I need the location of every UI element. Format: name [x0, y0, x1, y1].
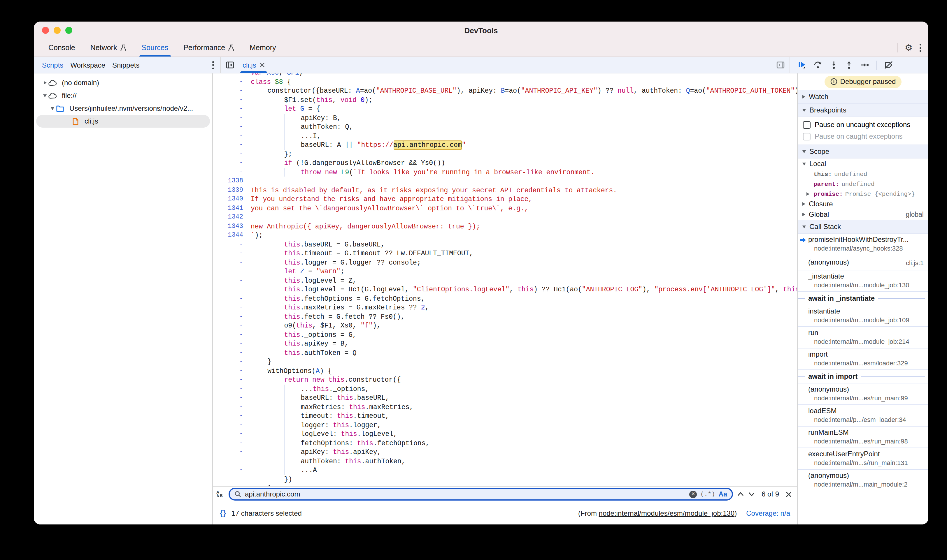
line-marker[interactable]: - — [213, 77, 243, 86]
line-marker[interactable]: - — [213, 375, 243, 384]
line-marker[interactable]: - — [213, 249, 243, 258]
step-icon[interactable] — [860, 61, 870, 69]
line-number[interactable]: 1344 — [213, 231, 243, 240]
line-marker[interactable]: - — [213, 276, 243, 285]
code-line[interactable]: -baseURL: this.baseURL, — [213, 393, 797, 402]
line-marker[interactable]: - — [213, 429, 243, 438]
code-line[interactable]: -this.apiKey = B, — [213, 339, 797, 348]
line-marker[interactable]: - — [213, 411, 243, 420]
code-line[interactable]: -timeout: this.timeout, — [213, 411, 797, 420]
code-line[interactable]: -withOptions(A) { — [213, 366, 797, 375]
replace-toggle-icon[interactable]: A↳B — [216, 491, 225, 498]
line-marker[interactable]: - — [213, 95, 243, 104]
open-sidebar-icon[interactable] — [776, 61, 785, 69]
navigator-tab-snippets[interactable]: Snippets — [112, 61, 139, 69]
next-match-icon[interactable] — [748, 492, 755, 497]
breakpoints-section-header[interactable]: Breakpoints — [798, 104, 928, 117]
line-marker[interactable]: - — [213, 475, 243, 484]
code-line[interactable]: -fetchOptions: this.fetchOptions, — [213, 438, 797, 448]
chevron-down-icon[interactable] — [42, 94, 48, 97]
call-stack-frame[interactable]: importnode:internal/m...esm/loader:329 — [798, 348, 928, 370]
code-line[interactable]: -} — [213, 357, 797, 366]
line-marker[interactable]: - — [213, 384, 243, 393]
previous-match-icon[interactable] — [737, 492, 744, 497]
line-marker[interactable]: - — [213, 330, 243, 339]
line-marker[interactable]: - — [213, 240, 243, 249]
line-number[interactable]: 1339 — [213, 186, 243, 195]
call-stack-frame[interactable]: _instantiatenode:internal/m...module_job… — [798, 271, 928, 292]
more-options-icon[interactable] — [919, 44, 921, 52]
scope-group-closure[interactable]: Closure — [798, 199, 928, 209]
code-line[interactable]: -this.timeout = G.timeout ?? Lw.DEFAULT_… — [213, 249, 797, 258]
code-line[interactable]: -this.logger = G.logger ?? console; — [213, 258, 797, 267]
editor-tab-cli-js[interactable]: cli.js — [237, 57, 271, 73]
close-find-bar-icon[interactable] — [785, 491, 792, 497]
step-into-icon[interactable] — [830, 61, 838, 69]
line-number[interactable]: 1341 — [213, 204, 243, 213]
code-line[interactable]: -baseURL: A || "https://api.anthropic.co… — [213, 140, 797, 149]
navigator-tab-scripts[interactable]: Scripts — [42, 61, 63, 69]
line-marker[interactable]: - — [213, 393, 243, 402]
line-marker[interactable]: - — [213, 348, 243, 357]
code-line[interactable]: -maxRetries: this.maxRetries, — [213, 402, 797, 411]
call-stack-frame[interactable]: (anonymous)node:internal/m...es/run_main… — [798, 383, 928, 405]
regex-toggle[interactable]: (.*) — [700, 491, 715, 498]
code-line[interactable]: -class $8 { — [213, 77, 797, 86]
line-number[interactable]: 1342 — [213, 213, 243, 222]
code-line[interactable]: -o9(this, $F1, Xs0, "f"), — [213, 321, 797, 330]
scope-section-header[interactable]: Scope — [798, 145, 928, 158]
line-marker[interactable]: - — [213, 131, 243, 140]
line-marker[interactable]: - — [213, 86, 243, 95]
code-line[interactable]: -this.logLevel = Z, — [213, 276, 797, 285]
line-marker[interactable]: - — [213, 267, 243, 276]
code-line[interactable]: -this.fetchOptions = G.fetchOptions, — [213, 294, 797, 303]
checkbox[interactable] — [803, 121, 811, 129]
line-marker[interactable]: - — [213, 484, 243, 486]
call-stack-frame[interactable]: runMainESMnode:internal/m...es/run_main:… — [798, 426, 928, 448]
code-line[interactable]: 1343new Anthropic({ apiKey, dangerouslyA… — [213, 222, 797, 231]
line-marker[interactable]: - — [213, 438, 243, 448]
line-marker[interactable]: - — [213, 357, 243, 366]
scope-variable-this[interactable]: this:undefined — [798, 169, 928, 179]
code-line[interactable]: -} — [213, 484, 797, 486]
code-line[interactable]: 1344`); — [213, 231, 797, 240]
code-line[interactable]: -}) — [213, 475, 797, 484]
line-marker[interactable]: - — [213, 466, 243, 475]
tree-item-cli-js[interactable]: cli.js — [36, 115, 210, 128]
line-marker[interactable]: - — [213, 258, 243, 267]
collapse-navigator-icon[interactable] — [226, 61, 234, 69]
code-line[interactable]: -logLevel: this.logLevel, — [213, 429, 797, 438]
pretty-print-icon[interactable]: {} — [220, 509, 227, 517]
tree-item-users-jinhuilee-nvm-versions-node-v2-[interactable]: Users/jinhuilee/.nvm/versions/node/v2... — [36, 102, 210, 115]
deactivate-breakpoints-icon[interactable] — [884, 61, 893, 69]
line-number[interactable]: 1340 — [213, 195, 243, 204]
line-marker[interactable]: - — [213, 113, 243, 122]
call-stack-frame[interactable]: promiseInitHookWithDestroyTr...node:inte… — [798, 234, 928, 255]
code-line[interactable]: -$F1.set(this, void 0); — [213, 95, 797, 104]
call-stack-frame[interactable]: runnode:internal/m...module_job:214 — [798, 327, 928, 348]
navigator-tab-workspace[interactable]: Workspace — [70, 61, 105, 69]
code-line[interactable]: -throw new L9(`It looks like you're runn… — [213, 168, 797, 177]
call-stack-frame[interactable]: (anonymous)cli.js:1 — [798, 255, 928, 271]
step-over-icon[interactable] — [813, 61, 823, 69]
code-line[interactable]: 1341you can set the \`dangerouslyAllowBr… — [213, 204, 797, 213]
scope-group-local[interactable]: Local — [798, 158, 928, 169]
code-editor[interactable]: -var Xs0, $F1;-class $8 {-constructor({b… — [213, 74, 797, 486]
coverage-link[interactable]: Coverage: n/a — [746, 509, 790, 517]
code-line[interactable]: -let G = { — [213, 104, 797, 113]
main-tab-console[interactable]: Console — [41, 39, 83, 57]
main-tab-sources[interactable]: Sources — [134, 39, 176, 57]
code-line[interactable]: -return new this.constructor({ — [213, 375, 797, 384]
line-marker[interactable]: - — [213, 402, 243, 411]
from-location-link[interactable]: node:internal/modules/esm/module_job:130 — [599, 509, 735, 517]
code-line[interactable]: -this.fetch = G.fetch ?? Fs0(), — [213, 312, 797, 321]
code-line[interactable]: -authToken: this.authToken, — [213, 457, 797, 466]
tree-item--no-domain-[interactable]: (no domain) — [36, 76, 210, 89]
code-line[interactable]: -this.logLevel = Hc1(G.logLevel, "Client… — [213, 285, 797, 294]
scope-variable-promise[interactable]: promise:Promise {<pending>} — [798, 189, 928, 199]
settings-gear-icon[interactable]: ⚙ — [905, 43, 913, 52]
code-line[interactable]: 1339This is disabled by default, as it r… — [213, 186, 797, 195]
line-marker[interactable]: - — [213, 312, 243, 321]
line-marker[interactable]: - — [213, 104, 243, 113]
line-marker[interactable]: - — [213, 366, 243, 375]
